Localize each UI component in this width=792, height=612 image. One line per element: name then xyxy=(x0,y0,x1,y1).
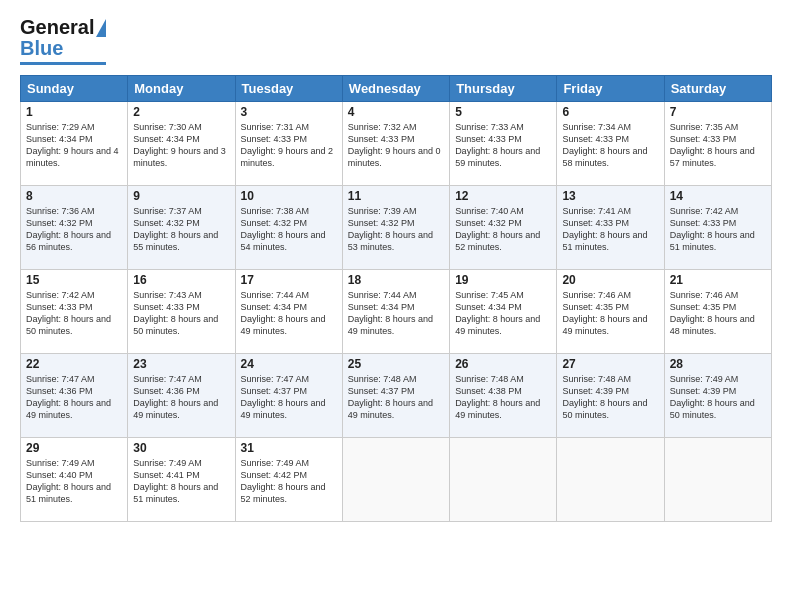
day-number: 6 xyxy=(562,105,658,119)
day-number: 13 xyxy=(562,189,658,203)
cell-content: Sunrise: 7:39 AMSunset: 4:32 PMDaylight:… xyxy=(348,206,433,252)
day-number: 16 xyxy=(133,273,229,287)
cell-content: Sunrise: 7:47 AMSunset: 4:36 PMDaylight:… xyxy=(133,374,218,420)
calendar-cell: 15 Sunrise: 7:42 AMSunset: 4:33 PMDaylig… xyxy=(21,270,128,354)
day-number: 26 xyxy=(455,357,551,371)
day-number: 8 xyxy=(26,189,122,203)
calendar-cell: 21 Sunrise: 7:46 AMSunset: 4:35 PMDaylig… xyxy=(664,270,771,354)
day-number: 7 xyxy=(670,105,766,119)
day-number: 10 xyxy=(241,189,337,203)
calendar-cell: 13 Sunrise: 7:41 AMSunset: 4:33 PMDaylig… xyxy=(557,186,664,270)
day-number: 29 xyxy=(26,441,122,455)
cell-content: Sunrise: 7:37 AMSunset: 4:32 PMDaylight:… xyxy=(133,206,218,252)
logo-triangle-icon xyxy=(96,19,106,37)
cell-content: Sunrise: 7:48 AMSunset: 4:38 PMDaylight:… xyxy=(455,374,540,420)
header: General Blue xyxy=(20,16,772,65)
calendar-cell: 8 Sunrise: 7:36 AMSunset: 4:32 PMDayligh… xyxy=(21,186,128,270)
cell-content: Sunrise: 7:38 AMSunset: 4:32 PMDaylight:… xyxy=(241,206,326,252)
calendar-cell: 1 Sunrise: 7:29 AMSunset: 4:34 PMDayligh… xyxy=(21,102,128,186)
logo: General Blue xyxy=(20,16,106,65)
calendar-cell: 30 Sunrise: 7:49 AMSunset: 4:41 PMDaylig… xyxy=(128,438,235,522)
calendar-cell: 27 Sunrise: 7:48 AMSunset: 4:39 PMDaylig… xyxy=(557,354,664,438)
cell-content: Sunrise: 7:44 AMSunset: 4:34 PMDaylight:… xyxy=(348,290,433,336)
calendar-cell: 29 Sunrise: 7:49 AMSunset: 4:40 PMDaylig… xyxy=(21,438,128,522)
calendar-cell: 18 Sunrise: 7:44 AMSunset: 4:34 PMDaylig… xyxy=(342,270,449,354)
cell-content: Sunrise: 7:49 AMSunset: 4:41 PMDaylight:… xyxy=(133,458,218,504)
logo-underline xyxy=(20,62,106,65)
calendar-cell: 28 Sunrise: 7:49 AMSunset: 4:39 PMDaylig… xyxy=(664,354,771,438)
calendar-cell: 7 Sunrise: 7:35 AMSunset: 4:33 PMDayligh… xyxy=(664,102,771,186)
cell-content: Sunrise: 7:42 AMSunset: 4:33 PMDaylight:… xyxy=(26,290,111,336)
cell-content: Sunrise: 7:49 AMSunset: 4:42 PMDaylight:… xyxy=(241,458,326,504)
cell-content: Sunrise: 7:32 AMSunset: 4:33 PMDaylight:… xyxy=(348,122,441,168)
cell-content: Sunrise: 7:44 AMSunset: 4:34 PMDaylight:… xyxy=(241,290,326,336)
day-number: 2 xyxy=(133,105,229,119)
day-number: 5 xyxy=(455,105,551,119)
day-number: 20 xyxy=(562,273,658,287)
day-number: 14 xyxy=(670,189,766,203)
calendar-cell: 12 Sunrise: 7:40 AMSunset: 4:32 PMDaylig… xyxy=(450,186,557,270)
calendar-week-row: 8 Sunrise: 7:36 AMSunset: 4:32 PMDayligh… xyxy=(21,186,772,270)
day-number: 9 xyxy=(133,189,229,203)
calendar-cell: 16 Sunrise: 7:43 AMSunset: 4:33 PMDaylig… xyxy=(128,270,235,354)
cell-content: Sunrise: 7:49 AMSunset: 4:39 PMDaylight:… xyxy=(670,374,755,420)
day-number: 4 xyxy=(348,105,444,119)
col-header-sunday: Sunday xyxy=(21,76,128,102)
calendar-cell: 5 Sunrise: 7:33 AMSunset: 4:33 PMDayligh… xyxy=(450,102,557,186)
cell-content: Sunrise: 7:30 AMSunset: 4:34 PMDaylight:… xyxy=(133,122,226,168)
day-number: 17 xyxy=(241,273,337,287)
cell-content: Sunrise: 7:33 AMSunset: 4:33 PMDaylight:… xyxy=(455,122,540,168)
calendar-cell: 22 Sunrise: 7:47 AMSunset: 4:36 PMDaylig… xyxy=(21,354,128,438)
day-number: 24 xyxy=(241,357,337,371)
cell-content: Sunrise: 7:47 AMSunset: 4:36 PMDaylight:… xyxy=(26,374,111,420)
calendar-week-row: 22 Sunrise: 7:47 AMSunset: 4:36 PMDaylig… xyxy=(21,354,772,438)
day-number: 3 xyxy=(241,105,337,119)
calendar-cell: 20 Sunrise: 7:46 AMSunset: 4:35 PMDaylig… xyxy=(557,270,664,354)
cell-content: Sunrise: 7:46 AMSunset: 4:35 PMDaylight:… xyxy=(670,290,755,336)
cell-content: Sunrise: 7:49 AMSunset: 4:40 PMDaylight:… xyxy=(26,458,111,504)
cell-content: Sunrise: 7:31 AMSunset: 4:33 PMDaylight:… xyxy=(241,122,334,168)
col-header-monday: Monday xyxy=(128,76,235,102)
calendar-cell xyxy=(450,438,557,522)
page: General Blue SundayMondayTuesdayWednesda… xyxy=(0,0,792,612)
day-number: 30 xyxy=(133,441,229,455)
logo-blue: Blue xyxy=(20,37,63,60)
calendar-table: SundayMondayTuesdayWednesdayThursdayFrid… xyxy=(20,75,772,522)
cell-content: Sunrise: 7:36 AMSunset: 4:32 PMDaylight:… xyxy=(26,206,111,252)
day-number: 18 xyxy=(348,273,444,287)
calendar-header-row: SundayMondayTuesdayWednesdayThursdayFrid… xyxy=(21,76,772,102)
calendar-cell xyxy=(342,438,449,522)
col-header-thursday: Thursday xyxy=(450,76,557,102)
day-number: 15 xyxy=(26,273,122,287)
calendar-cell: 9 Sunrise: 7:37 AMSunset: 4:32 PMDayligh… xyxy=(128,186,235,270)
calendar-cell: 25 Sunrise: 7:48 AMSunset: 4:37 PMDaylig… xyxy=(342,354,449,438)
calendar-cell: 2 Sunrise: 7:30 AMSunset: 4:34 PMDayligh… xyxy=(128,102,235,186)
cell-content: Sunrise: 7:42 AMSunset: 4:33 PMDaylight:… xyxy=(670,206,755,252)
calendar-cell: 17 Sunrise: 7:44 AMSunset: 4:34 PMDaylig… xyxy=(235,270,342,354)
calendar-cell: 11 Sunrise: 7:39 AMSunset: 4:32 PMDaylig… xyxy=(342,186,449,270)
day-number: 23 xyxy=(133,357,229,371)
cell-content: Sunrise: 7:41 AMSunset: 4:33 PMDaylight:… xyxy=(562,206,647,252)
day-number: 19 xyxy=(455,273,551,287)
calendar-week-row: 15 Sunrise: 7:42 AMSunset: 4:33 PMDaylig… xyxy=(21,270,772,354)
calendar-cell: 10 Sunrise: 7:38 AMSunset: 4:32 PMDaylig… xyxy=(235,186,342,270)
calendar-cell: 4 Sunrise: 7:32 AMSunset: 4:33 PMDayligh… xyxy=(342,102,449,186)
calendar-week-row: 29 Sunrise: 7:49 AMSunset: 4:40 PMDaylig… xyxy=(21,438,772,522)
day-number: 27 xyxy=(562,357,658,371)
cell-content: Sunrise: 7:46 AMSunset: 4:35 PMDaylight:… xyxy=(562,290,647,336)
cell-content: Sunrise: 7:48 AMSunset: 4:37 PMDaylight:… xyxy=(348,374,433,420)
calendar-cell: 26 Sunrise: 7:48 AMSunset: 4:38 PMDaylig… xyxy=(450,354,557,438)
cell-content: Sunrise: 7:40 AMSunset: 4:32 PMDaylight:… xyxy=(455,206,540,252)
day-number: 31 xyxy=(241,441,337,455)
day-number: 21 xyxy=(670,273,766,287)
calendar-cell: 3 Sunrise: 7:31 AMSunset: 4:33 PMDayligh… xyxy=(235,102,342,186)
col-header-friday: Friday xyxy=(557,76,664,102)
calendar-cell xyxy=(557,438,664,522)
calendar-week-row: 1 Sunrise: 7:29 AMSunset: 4:34 PMDayligh… xyxy=(21,102,772,186)
day-number: 28 xyxy=(670,357,766,371)
cell-content: Sunrise: 7:45 AMSunset: 4:34 PMDaylight:… xyxy=(455,290,540,336)
calendar-cell xyxy=(664,438,771,522)
calendar-cell: 19 Sunrise: 7:45 AMSunset: 4:34 PMDaylig… xyxy=(450,270,557,354)
col-header-saturday: Saturday xyxy=(664,76,771,102)
cell-content: Sunrise: 7:29 AMSunset: 4:34 PMDaylight:… xyxy=(26,122,119,168)
